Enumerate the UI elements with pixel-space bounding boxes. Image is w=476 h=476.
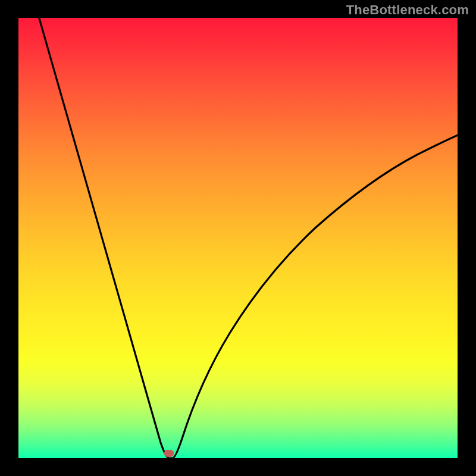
plot-area: [18, 18, 458, 458]
watermark-text: TheBottleneck.com: [346, 2, 469, 18]
bottleneck-curve: [18, 18, 458, 458]
chart-frame: TheBottleneck.com: [0, 0, 476, 476]
optimal-point-marker: [164, 450, 174, 457]
